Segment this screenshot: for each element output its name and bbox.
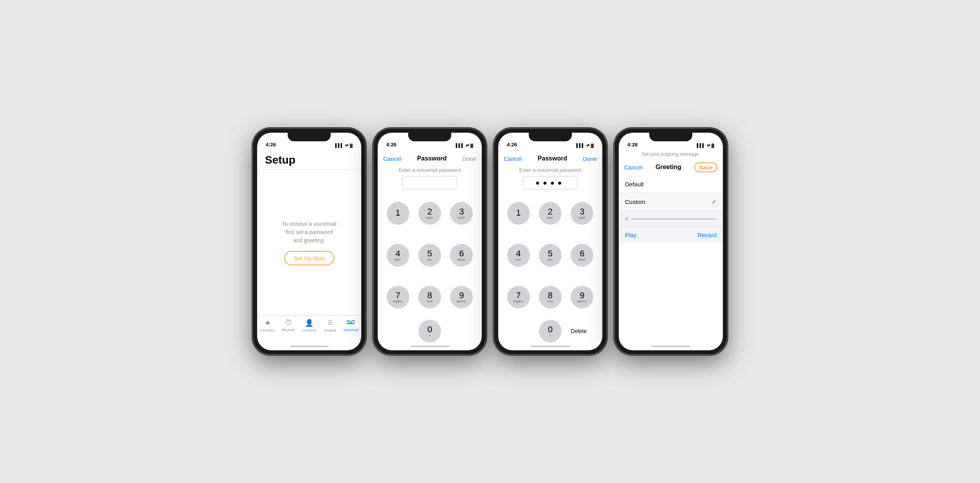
svg-point-0 — [347, 321, 350, 324]
keypad-bottom-3: 0+ Delete — [498, 316, 602, 342]
key-5-p3[interactable]: 5JKL — [539, 244, 562, 267]
tab-bar-1: ★ Favorites ⏱ Recents 👤 Contacts ⠿ Keypa… — [257, 315, 361, 342]
password-dots-3: ●●●● — [535, 179, 565, 187]
notch-3 — [529, 133, 572, 141]
key-5-p2[interactable]: 5JKL — [418, 244, 441, 267]
cancel-button-2[interactable]: Cancel — [383, 155, 402, 162]
setup-body: To retrieve a voicemail first set a pass… — [257, 170, 361, 315]
contacts-icon: 👤 — [305, 319, 313, 327]
cancel-button-3[interactable]: Cancel — [504, 155, 522, 162]
time-4: 4:28 — [627, 142, 638, 148]
key-6-p2[interactable]: 6MNO — [450, 244, 473, 267]
key-4-p3[interactable]: 4GHI — [507, 244, 530, 267]
key-2-p2[interactable]: 2ABC — [418, 202, 441, 225]
password-field-3[interactable]: ●●●● — [523, 176, 578, 189]
greeting-default[interactable]: Default — [619, 176, 723, 193]
play-button[interactable]: Play — [625, 232, 636, 238]
key-1-p2[interactable]: 1 — [387, 202, 409, 225]
wifi-icon-1: ⇌ — [345, 143, 348, 148]
password-field-wrap-2 — [378, 176, 482, 189]
wifi-icon-4: ⇌ — [707, 143, 710, 148]
status-icons-1: ▌▌▌ ⇌ ▓ — [335, 143, 353, 148]
setup-description: To retrieve a voicemail first set a pass… — [282, 220, 336, 245]
keypad-2: 1 2ABC 3DEF 4GHI 5JKL 6MNO 7PQRS 8TUV 9W… — [378, 194, 482, 316]
password-field-wrap-3: ●●●● — [498, 176, 602, 189]
recents-label: Recents — [282, 328, 295, 332]
key-0-p2[interactable]: 0+ — [418, 320, 441, 342]
home-indicator-3 — [498, 342, 602, 350]
status-icons-4: ▌▌▌ ⇌ ▓ — [697, 143, 714, 148]
tab-favorites[interactable]: ★ Favorites — [257, 319, 278, 332]
setup-now-button[interactable]: Set Up Now — [284, 251, 334, 265]
save-button-4[interactable]: Save — [694, 162, 717, 172]
setup-title: Setup — [257, 150, 361, 170]
time-1: 4:26 — [266, 142, 276, 148]
key-0-p3[interactable]: 0+ — [539, 320, 562, 342]
greeting-screen: Set your outgoing message. Cancel Greeti… — [619, 150, 723, 342]
recents-icon: ⏱ — [285, 319, 292, 327]
voicemail-icon — [347, 319, 355, 327]
home-indicator-4 — [619, 342, 723, 350]
key-9-p3[interactable]: 9WXYZ — [571, 286, 593, 308]
key-8-p2[interactable]: 8TUV — [418, 286, 441, 308]
phone-collection: 4:26 ▌▌▌ ⇌ ▓ Setup To retrieve a voicema… — [252, 128, 728, 355]
phone-1-setup: 4:26 ▌▌▌ ⇌ ▓ Setup To retrieve a voicema… — [252, 128, 366, 355]
tab-voicemail[interactable]: Voicemail — [340, 319, 361, 332]
battery-icon-4: ▓ — [712, 143, 714, 148]
phone-3-password-filled: 4:26 ▌▌▌ ⇌ ▓ Cancel Password Done Enter … — [494, 128, 607, 355]
key-3-p3[interactable]: 3DEF — [571, 202, 593, 225]
key-7-p2[interactable]: 7PQRS — [387, 286, 409, 308]
key-4-p2[interactable]: 4GHI — [387, 244, 409, 267]
key-6-p3[interactable]: 6MNO — [571, 244, 593, 267]
status-icons-2: ▌▌▌ ⇌ ▓ — [456, 143, 473, 148]
battery-icon-1: ▓ — [350, 143, 353, 148]
signal-icon-1: ▌▌▌ — [335, 143, 343, 148]
progress-section — [619, 211, 723, 227]
signal-icon-2: ▌▌▌ — [456, 143, 464, 148]
tab-recents[interactable]: ⏱ Recents — [278, 319, 299, 332]
key-9-p2[interactable]: 9WXYZ — [450, 286, 473, 308]
password-hint-3: Enter a voicemail password — [498, 167, 602, 173]
greeting-custom[interactable]: Custom ✓ — [619, 193, 723, 211]
keypad-label: Keypad — [324, 328, 336, 332]
key-8-p3[interactable]: 8TUV — [539, 286, 562, 308]
key-1-p3[interactable]: 1 — [507, 202, 530, 225]
greeting-actions: Play Record — [619, 227, 723, 243]
cancel-button-4[interactable]: Cancel — [624, 164, 643, 171]
default-label: Default — [625, 181, 644, 187]
wifi-icon-2: ⇌ — [466, 143, 469, 148]
tab-keypad[interactable]: ⠿ Keypad — [320, 319, 340, 332]
key-7-p3[interactable]: 7PQRS — [507, 286, 530, 308]
tab-contacts[interactable]: 👤 Contacts — [299, 319, 319, 332]
record-button[interactable]: Record — [698, 232, 717, 238]
battery-icon-3: ▓ — [591, 143, 594, 148]
progress-dot — [625, 217, 628, 220]
keypad-3: 1 2ABC 3DEF 4GHI 5JKL 6MNO 7PQRS 8TUV 9W… — [498, 194, 602, 316]
keypad-icon: ⠿ — [328, 319, 333, 327]
password-screen-2: Cancel Password Done Enter a voicemail p… — [378, 150, 482, 342]
time-2: 4:26 — [386, 142, 396, 148]
voicemail-label: Voicemail — [343, 328, 358, 332]
password-screen-3: Cancel Password Done Enter a voicemail p… — [498, 150, 602, 342]
nav-bar-4: Cancel Greeting Save — [619, 159, 723, 176]
key-3-p2[interactable]: 3DEF — [450, 202, 473, 225]
keypad-bottom-2: 0+ — [378, 316, 482, 342]
contacts-label: Contacts — [302, 328, 316, 332]
custom-label: Custom — [625, 198, 645, 205]
phone-2-password-empty: 4:26 ▌▌▌ ⇌ ▓ Cancel Password Done Enter … — [373, 128, 486, 355]
delete-button-3[interactable]: Delete — [571, 328, 587, 334]
done-button-2: Done — [462, 155, 476, 162]
password-field-2[interactable] — [402, 176, 457, 189]
status-icons-3: ▌▌▌ ⇌ ▓ — [576, 143, 594, 148]
phone-4-greeting: 4:28 ▌▌▌ ⇌ ▓ Set your outgoing message. … — [614, 128, 728, 355]
nav-title-2: Password — [417, 155, 447, 162]
done-button-3[interactable]: Done — [583, 155, 597, 162]
key-2-p3[interactable]: 2ABC — [539, 202, 562, 225]
home-indicator-2 — [378, 342, 482, 350]
notch-2 — [408, 133, 451, 141]
password-hint-2: Enter a voicemail password — [378, 167, 482, 173]
greeting-list: Default Custom ✓ Play Record — [619, 176, 723, 342]
setup-screen: Setup To retrieve a voicemail first set … — [257, 150, 361, 350]
nav-title-3: Password — [538, 155, 567, 162]
wifi-icon-3: ⇌ — [586, 143, 589, 148]
